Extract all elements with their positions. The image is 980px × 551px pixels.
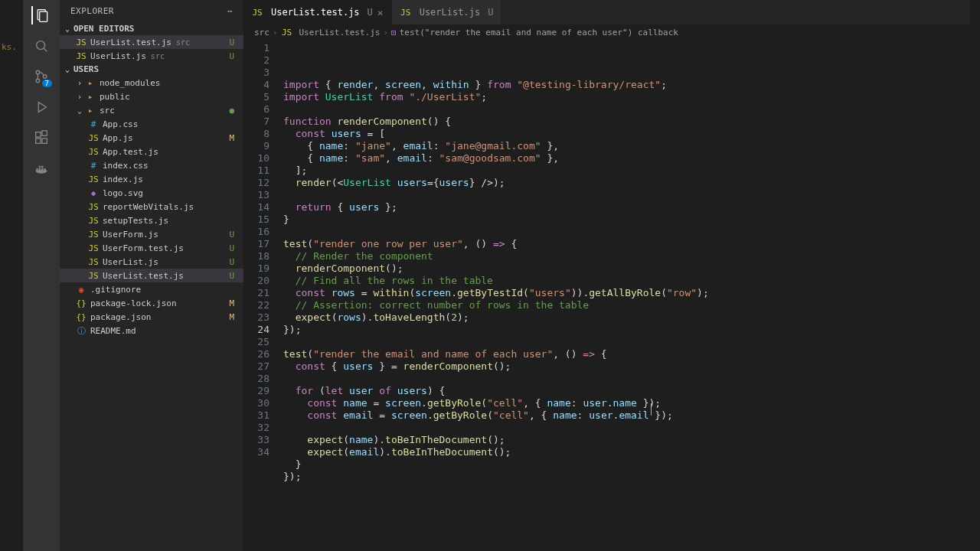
svg-point-6 xyxy=(43,75,47,79)
svg-rect-9 xyxy=(36,139,41,143)
open-editors-list: JSUserList.test.jssrcUJSUserList.jssrcU xyxy=(60,35,243,63)
code-line[interactable]: ]; xyxy=(283,165,969,177)
code-line[interactable]: test("render one row per user", () => { xyxy=(283,238,969,250)
svg-point-5 xyxy=(36,79,40,83)
code-line[interactable]: } xyxy=(283,214,969,226)
code-line[interactable]: expect(rows).toHaveLength(2); xyxy=(283,311,969,324)
code-line[interactable] xyxy=(283,422,969,434)
file-item[interactable]: ◆logo.svg xyxy=(60,186,243,200)
code-line[interactable]: // Assertion: correct number of rows in … xyxy=(283,299,969,311)
svg-line-3 xyxy=(44,48,47,52)
code-line[interactable]: const rows = within(screen.getByTestId("… xyxy=(283,287,969,299)
breadcrumb-segment[interactable]: test("render the email and name of each … xyxy=(400,28,678,37)
code-line[interactable]: }); xyxy=(283,471,969,483)
editor-tab[interactable]: JSUserList.jsU xyxy=(392,0,502,24)
breadcrumb-segment[interactable]: src xyxy=(254,28,270,37)
code-line[interactable]: expect(email).toBeInTheDocument(); xyxy=(283,446,969,458)
file-item[interactable]: JSUserList.test.jsU xyxy=(60,269,243,282)
file-item[interactable]: JSApp.test.js xyxy=(60,145,243,158)
scm-badge: 7 xyxy=(42,80,52,87)
svg-rect-1 xyxy=(40,11,47,21)
code-line[interactable] xyxy=(283,103,969,116)
code-line[interactable]: import { render, screen, within } from "… xyxy=(283,79,969,91)
open-editor-item[interactable]: JSUserList.test.jssrcU xyxy=(60,35,243,49)
workspace-header[interactable]: ⌄ USERS xyxy=(60,63,243,76)
right-edge xyxy=(969,0,980,551)
code-line[interactable] xyxy=(283,336,969,348)
activity-bar: 7 xyxy=(23,0,60,551)
close-icon[interactable]: × xyxy=(377,7,384,18)
file-item[interactable]: JSUserForm.test.jsU xyxy=(60,241,243,255)
svg-point-4 xyxy=(36,70,40,74)
source-control-icon[interactable]: 7 xyxy=(32,67,51,86)
file-item[interactable]: #index.css xyxy=(60,158,243,172)
code-line[interactable] xyxy=(283,483,969,495)
code-line[interactable] xyxy=(283,189,969,201)
file-item[interactable]: JSUserForm.jsU xyxy=(60,227,243,241)
file-item[interactable]: JSsetupTests.js xyxy=(60,214,243,227)
file-item[interactable]: #App.css xyxy=(60,117,243,131)
code-line[interactable]: const name = screen.getByRole("cell", { … xyxy=(283,397,969,409)
editor[interactable]: 1234567891011121314151617181920212223242… xyxy=(243,41,969,551)
code-line[interactable]: // Find all the rows in the table xyxy=(283,275,969,287)
breadcrumb[interactable]: src›JSUserList.test.js›⊡test("render the… xyxy=(243,24,969,41)
editor-area: JSUserList.test.jsU×JSUserList.jsU src›J… xyxy=(243,0,969,551)
more-icon[interactable]: ⋯ xyxy=(227,6,233,16)
open-editor-item[interactable]: JSUserList.jssrcU xyxy=(60,49,243,63)
code-line[interactable]: const users = [ xyxy=(283,128,969,140)
file-item[interactable]: ◉.gitignore xyxy=(60,282,243,296)
code-line[interactable]: renderComponent(); xyxy=(283,262,969,275)
code-line[interactable]: }); xyxy=(283,324,969,336)
line-gutter: 1234567891011121314151617181920212223242… xyxy=(243,42,283,551)
code-line[interactable]: } xyxy=(283,458,969,471)
code-content[interactable]: import { render, screen, within } from "… xyxy=(283,42,969,551)
folder-item[interactable]: ›▸node_modules xyxy=(60,76,243,90)
sidebar-title: EXPLORER xyxy=(70,6,114,16)
code-line[interactable]: const { users } = renderComponent(); xyxy=(283,360,969,373)
svg-rect-10 xyxy=(42,139,47,143)
code-line[interactable]: { name: "jane", email: "jane@gmail.com" … xyxy=(283,140,969,152)
code-line[interactable]: function renderComponent() { xyxy=(283,116,969,128)
file-item[interactable]: {}package.jsonM xyxy=(60,310,243,324)
code-line[interactable]: { name: "sam", email: "sam@goodsam.com" … xyxy=(283,152,969,165)
code-line[interactable]: test("render the email and name of each … xyxy=(283,348,969,360)
code-line[interactable]: import UserList from "./UserList"; xyxy=(283,91,969,103)
folder-item[interactable]: ›▸public xyxy=(60,90,243,103)
file-tree: ›▸node_modules›▸public⌄▸src●#App.cssJSAp… xyxy=(60,76,243,337)
sidebar: EXPLORER ⋯ ⌄ OPEN EDITORS JSUserList.tes… xyxy=(60,0,243,551)
tab-bar: JSUserList.test.jsU×JSUserList.jsU xyxy=(243,0,969,24)
search-icon[interactable] xyxy=(32,37,51,55)
code-line[interactable]: expect(name).toBeInTheDocument(); xyxy=(283,434,969,446)
file-item[interactable]: ⓘREADME.md xyxy=(60,324,243,337)
code-line[interactable]: for (let user of users) { xyxy=(283,385,969,397)
docker-icon[interactable] xyxy=(32,159,51,178)
open-editors-header[interactable]: ⌄ OPEN EDITORS xyxy=(60,22,243,35)
sidebar-title-row: EXPLORER ⋯ xyxy=(60,0,243,22)
file-item[interactable]: JSUserList.jsU xyxy=(60,255,243,269)
code-line[interactable] xyxy=(283,373,969,385)
code-line[interactable]: render(<UserList users={users} />); xyxy=(283,177,969,189)
chevron-down-icon: ⌄ xyxy=(63,65,72,73)
left-clip: ks. xyxy=(0,0,23,551)
extensions-icon[interactable] xyxy=(32,129,51,147)
code-line[interactable]: const email = screen.getByRole("cell", {… xyxy=(283,409,969,422)
code-line[interactable]: // Render the component xyxy=(283,250,969,262)
breadcrumb-segment[interactable]: UserList.test.js xyxy=(299,28,381,37)
svg-marker-7 xyxy=(38,103,46,112)
debug-icon[interactable] xyxy=(32,98,51,116)
editor-tab[interactable]: JSUserList.test.jsU× xyxy=(243,0,392,24)
code-line[interactable]: return { users }; xyxy=(283,201,969,214)
explorer-icon[interactable] xyxy=(31,6,50,24)
file-item[interactable]: {}package-lock.jsonM xyxy=(60,296,243,310)
file-item[interactable]: JSApp.jsM xyxy=(60,131,243,145)
js-icon: JS xyxy=(400,8,412,18)
chevron-down-icon: ⌄ xyxy=(63,24,72,33)
svg-rect-11 xyxy=(42,131,47,135)
folder-item[interactable]: ⌄▸src● xyxy=(60,103,243,117)
file-item[interactable]: JSindex.js xyxy=(60,172,243,186)
text-cursor xyxy=(651,403,652,416)
file-item[interactable]: JSreportWebVitals.js xyxy=(60,200,243,214)
svg-rect-8 xyxy=(36,132,41,137)
js-icon: JS xyxy=(251,8,263,18)
code-line[interactable] xyxy=(283,226,969,238)
